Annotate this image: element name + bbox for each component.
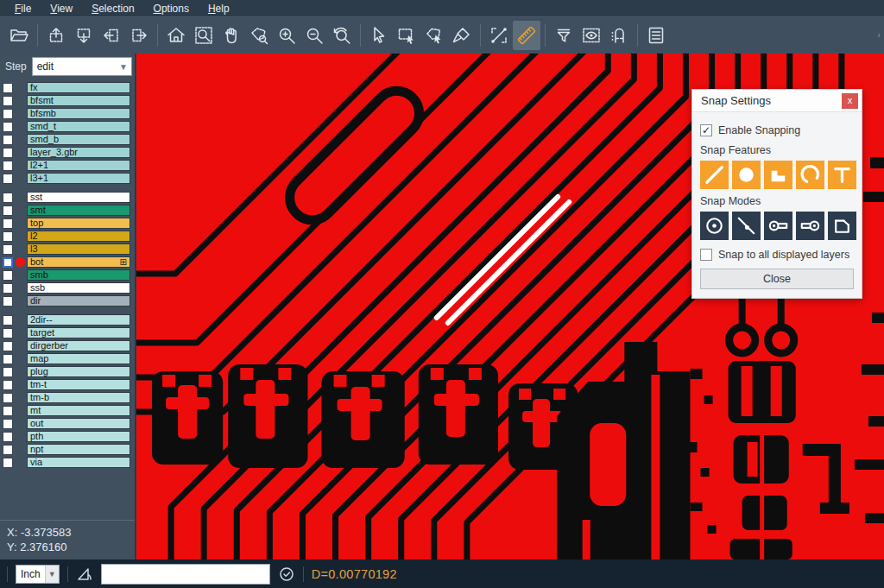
snap-pad-button[interactable] bbox=[732, 161, 761, 189]
ruler-icon[interactable] bbox=[513, 21, 540, 50]
layer-checkbox-bot[interactable] bbox=[3, 257, 13, 268]
layer-checkbox-map[interactable] bbox=[3, 354, 13, 364]
layer-checkbox-2dir--[interactable] bbox=[3, 315, 13, 326]
dialog-title-bar[interactable]: Snap Settings x bbox=[692, 90, 862, 112]
layer-checkbox-plug[interactable] bbox=[3, 367, 13, 377]
zoom-in-icon[interactable] bbox=[273, 21, 300, 50]
layer-name-layer_3.gbr[interactable]: layer_3.gbr bbox=[27, 147, 130, 158]
layer-checkbox-smb[interactable] bbox=[3, 270, 13, 281]
layer-name-smt[interactable]: smt bbox=[27, 205, 130, 216]
open-folder-icon[interactable] bbox=[5, 21, 33, 50]
layer-checkbox-smd_t[interactable] bbox=[3, 122, 13, 132]
snap-arc-button[interactable] bbox=[796, 161, 824, 189]
menu-file[interactable]: File bbox=[7, 1, 39, 16]
unit-select[interactable]: Inch ▼ bbox=[16, 565, 60, 584]
layer-checkbox-target[interactable] bbox=[3, 328, 13, 338]
layer-checkbox-smd_b[interactable] bbox=[3, 135, 13, 145]
layer-checkbox-dirgerber[interactable] bbox=[3, 341, 13, 351]
layer-name-out[interactable]: out bbox=[27, 418, 130, 429]
menu-help[interactable]: Help bbox=[200, 1, 237, 16]
grid-icon[interactable]: ⊞ bbox=[120, 257, 127, 267]
layer-checkbox-l2[interactable] bbox=[3, 231, 13, 242]
snap-indicator-icon[interactable] bbox=[278, 566, 295, 583]
layer-name-smd_b[interactable]: smd_b bbox=[27, 134, 130, 145]
layer-name-dirgerber[interactable]: dirgerber bbox=[27, 340, 130, 351]
angle-icon[interactable] bbox=[76, 566, 93, 583]
close-icon[interactable]: x bbox=[842, 93, 858, 109]
layer-checkbox-bfsmt[interactable] bbox=[3, 96, 13, 106]
menu-view[interactable]: View bbox=[42, 1, 80, 16]
filter-icon[interactable] bbox=[550, 21, 578, 50]
layer-name-smb[interactable]: smb bbox=[27, 269, 130, 281]
layer-checkbox-ssb[interactable] bbox=[3, 283, 13, 294]
mode-key-left-button[interactable] bbox=[796, 212, 824, 240]
layer-name-map[interactable]: map bbox=[27, 353, 130, 364]
layer-checkbox-tm-b[interactable] bbox=[3, 393, 13, 403]
pan-up-icon[interactable] bbox=[42, 21, 70, 50]
layer-name-sst[interactable]: sst bbox=[27, 192, 130, 203]
enable-snapping-row[interactable]: ✓ Enable Snapping bbox=[700, 124, 854, 136]
layer-checkbox-layer_3.gbr[interactable] bbox=[3, 148, 13, 158]
measure-input[interactable] bbox=[101, 564, 270, 585]
measure-icon[interactable] bbox=[485, 21, 513, 50]
mode-polygon-button[interactable] bbox=[828, 212, 856, 240]
layer-checkbox-pth[interactable] bbox=[3, 432, 13, 442]
toolbar-overflow-chevron-icon[interactable]: › bbox=[877, 29, 881, 40]
pan-left-icon[interactable] bbox=[98, 21, 125, 50]
all-layers-row[interactable]: Snap to all displayed layers bbox=[700, 249, 854, 261]
layer-name-pth[interactable]: pth bbox=[27, 431, 130, 442]
layer-name-npt[interactable]: npt bbox=[27, 444, 130, 455]
layer-checkbox-l3+1[interactable] bbox=[3, 174, 13, 184]
pan-hand-icon[interactable] bbox=[218, 21, 245, 50]
layer-checkbox-mt[interactable] bbox=[3, 406, 13, 416]
layer-checkbox-bfsmb[interactable] bbox=[3, 109, 13, 119]
pan-right-icon[interactable] bbox=[125, 21, 153, 50]
layer-checkbox-top[interactable] bbox=[3, 218, 13, 229]
layer-checkbox-npt[interactable] bbox=[3, 445, 13, 455]
layer-checkbox-sst[interactable] bbox=[3, 193, 13, 203]
mode-key-right-button[interactable] bbox=[764, 212, 792, 240]
layer-name-mt[interactable]: mt bbox=[27, 405, 130, 416]
layer-checkbox-dir[interactable] bbox=[3, 296, 13, 307]
snap-magnet-icon[interactable] bbox=[605, 21, 633, 50]
menu-selection[interactable]: Selection bbox=[84, 1, 142, 16]
brush-icon[interactable] bbox=[448, 21, 476, 50]
layer-name-tm-t[interactable]: tm-t bbox=[27, 379, 130, 390]
layer-name-bfsmt[interactable]: bfsmt bbox=[27, 95, 130, 106]
select-polygon-icon[interactable] bbox=[420, 21, 448, 50]
layer-name-bot[interactable]: bot⊞ bbox=[27, 256, 130, 268]
layer-name-l2[interactable]: l2 bbox=[27, 231, 130, 242]
layer-checkbox-tm-t[interactable] bbox=[3, 380, 13, 390]
layer-checkbox-l3[interactable] bbox=[3, 244, 13, 255]
select-arrow-icon[interactable] bbox=[365, 21, 393, 50]
home-icon[interactable] bbox=[162, 21, 190, 50]
layer-name-2dir--[interactable]: 2dir-- bbox=[27, 314, 130, 326]
layer-checkbox-fx[interactable] bbox=[3, 83, 13, 93]
layer-name-via[interactable]: via bbox=[27, 457, 130, 468]
layer-checkbox-out[interactable] bbox=[3, 419, 13, 429]
layer-name-fx[interactable]: fx bbox=[27, 82, 130, 93]
layer-name-smd_t[interactable]: smd_t bbox=[27, 121, 130, 132]
mode-point-on-line-button[interactable] bbox=[732, 212, 761, 240]
layer-name-target[interactable]: target bbox=[27, 327, 130, 338]
snap-surface-button[interactable] bbox=[764, 161, 792, 189]
step-select[interactable]: edit ▼ bbox=[32, 57, 132, 76]
zoom-previous-icon[interactable] bbox=[328, 21, 356, 50]
snap-text-button[interactable] bbox=[828, 161, 856, 189]
layer-name-l3[interactable]: l3 bbox=[27, 243, 130, 255]
layer-name-l2+1[interactable]: l2+1 bbox=[27, 160, 130, 171]
snap-line-button[interactable] bbox=[700, 161, 729, 189]
zoom-fit-icon[interactable] bbox=[190, 21, 218, 50]
report-icon[interactable] bbox=[642, 21, 670, 50]
layer-checkbox-l2+1[interactable] bbox=[3, 161, 13, 171]
layer-name-dir[interactable]: dir bbox=[27, 295, 130, 307]
mode-center-button[interactable] bbox=[700, 212, 729, 240]
layer-checkbox-smt[interactable] bbox=[3, 205, 13, 216]
layer-name-plug[interactable]: plug bbox=[27, 366, 130, 377]
layer-name-top[interactable]: top bbox=[27, 218, 130, 229]
pan-down-icon[interactable] bbox=[70, 21, 98, 50]
layer-name-bfsmb[interactable]: bfsmb bbox=[27, 108, 130, 119]
all-layers-checkbox[interactable] bbox=[700, 249, 712, 261]
view-box-icon[interactable] bbox=[578, 21, 605, 50]
menu-options[interactable]: Options bbox=[146, 1, 197, 16]
